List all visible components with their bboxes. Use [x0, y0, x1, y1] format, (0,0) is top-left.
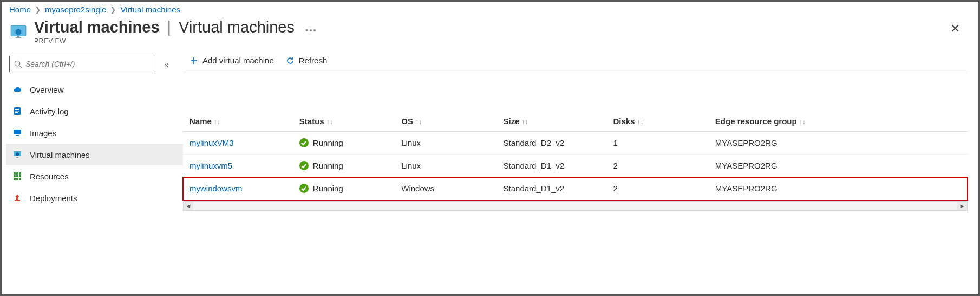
sort-icon: ↑↓	[326, 118, 333, 126]
table-row[interactable]: mylinuxVM3 Running Linux Standard_D2_v2 …	[183, 132, 968, 155]
vm-os: Linux	[395, 155, 496, 177]
vm-resource-group: MYASEPRO2RG	[709, 155, 968, 177]
more-menu-icon[interactable]: •••	[305, 20, 317, 35]
svg-rect-10	[15, 112, 18, 113]
sort-icon: ↑↓	[415, 118, 422, 126]
vm-status: Running	[293, 155, 395, 177]
scroll-left-icon[interactable]: ◄	[184, 202, 193, 210]
refresh-icon	[286, 56, 295, 65]
toolbar-label: Refresh	[299, 56, 328, 65]
svg-point-5	[15, 61, 19, 66]
svg-rect-21	[19, 175, 21, 177]
cloud-icon	[12, 85, 22, 94]
col-name[interactable]: Name↑↓	[183, 111, 293, 132]
vm-status: Running	[293, 132, 395, 155]
vm-icon	[12, 150, 22, 159]
breadcrumb-resource[interactable]: myasepro2single	[45, 5, 106, 14]
svg-rect-4	[17, 36, 19, 37]
search-input[interactable]	[25, 60, 151, 68]
svg-rect-23	[16, 178, 18, 180]
svg-rect-16	[14, 172, 16, 175]
vm-resource-icon	[9, 23, 28, 41]
vm-size: Standard_D2_v2	[497, 132, 607, 155]
close-button[interactable]: ✕	[945, 18, 965, 39]
sidebar-item-overview[interactable]: Overview	[6, 79, 183, 100]
svg-rect-17	[16, 172, 18, 175]
svg-rect-25	[15, 200, 20, 201]
toolbar: Add virtual machine Refresh	[183, 55, 968, 73]
monitor-icon	[12, 128, 22, 138]
sidebar-item-label: Virtual machines	[30, 150, 90, 159]
breadcrumb-home[interactable]: Home	[9, 5, 31, 14]
vm-name-link[interactable]: mylinuxvm5	[183, 155, 293, 177]
status-running-icon	[299, 161, 309, 170]
sidebar-item-label: Overview	[30, 85, 64, 94]
status-running-icon	[299, 184, 309, 193]
svg-rect-24	[19, 178, 21, 180]
col-disks[interactable]: Disks↑↓	[606, 111, 708, 132]
vm-size: Standard_D1_v2	[497, 155, 607, 177]
table-row-highlighted[interactable]: mywindowsvm Running Windows Standard_D1_…	[183, 177, 968, 200]
vm-disks: 2	[606, 155, 708, 177]
vm-table: Name↑↓ Status↑↓ OS↑↓ Size↑↓ Disks↑↓ Edge…	[183, 111, 968, 200]
sidebar-item-label: Images	[30, 128, 56, 138]
vm-os: Windows	[395, 177, 496, 200]
sidebar-item-resources[interactable]: Resources	[6, 165, 183, 187]
add-virtual-machine-button[interactable]: Add virtual machine	[190, 56, 274, 65]
breadcrumb: Home ❯ myasepro2single ❯ Virtual machine…	[2, 2, 978, 16]
sidebar-item-label: Activity log	[30, 107, 69, 116]
sidebar-item-deployments[interactable]: Deployments	[6, 187, 183, 209]
table-row[interactable]: mylinuxvm5 Running Linux Standard_D1_v2 …	[183, 155, 968, 177]
upload-icon	[12, 193, 22, 203]
chevron-right-icon: ❯	[35, 6, 41, 14]
col-os[interactable]: OS↑↓	[395, 111, 496, 132]
vm-os: Linux	[395, 132, 496, 155]
col-resource-group[interactable]: Edge resource group↑↓	[709, 111, 968, 132]
content-area: Add virtual machine Refresh Name↑↓ Statu…	[183, 55, 978, 296]
svg-rect-11	[14, 130, 21, 134]
breadcrumb-page[interactable]: Virtual machines	[120, 5, 180, 14]
svg-rect-22	[14, 178, 16, 180]
plus-icon	[190, 56, 198, 65]
sort-icon: ↑↓	[637, 118, 643, 126]
search-icon	[14, 60, 22, 68]
sidebar-item-activity-log[interactable]: Activity log	[6, 100, 183, 122]
sidebar-item-images[interactable]: Images	[6, 122, 183, 144]
toolbar-label: Add virtual machine	[202, 56, 274, 65]
col-size[interactable]: Size↑↓	[497, 111, 607, 132]
search-input-wrap[interactable]	[9, 56, 155, 72]
sidebar-item-label: Deployments	[30, 194, 77, 203]
vm-disks: 2	[606, 177, 708, 200]
vm-name-link[interactable]: mywindowsvm	[183, 177, 293, 200]
refresh-button[interactable]: Refresh	[286, 56, 328, 65]
svg-rect-12	[16, 135, 19, 136]
sort-icon: ↑↓	[799, 118, 806, 126]
vm-resource-group: MYASEPRO2RG	[709, 132, 968, 155]
chevron-right-icon: ❯	[110, 6, 116, 14]
vm-size: Standard_D1_v2	[497, 177, 607, 200]
log-icon	[12, 106, 22, 116]
preview-badge: PREVIEW	[34, 37, 945, 45]
vm-name-link[interactable]: mylinuxVM3	[183, 132, 293, 155]
sidebar-item-label: Resources	[30, 172, 69, 181]
grid-icon	[12, 171, 22, 181]
svg-rect-15	[16, 157, 18, 158]
svg-rect-18	[19, 172, 21, 175]
sort-icon: ↑↓	[522, 118, 528, 126]
svg-rect-19	[14, 175, 16, 177]
svg-rect-20	[16, 175, 18, 177]
vm-disks: 1	[606, 132, 708, 155]
scroll-right-icon[interactable]: ►	[957, 202, 967, 210]
horizontal-scrollbar[interactable]: ◄ ►	[183, 201, 968, 211]
page-title: Virtual machines	[34, 18, 160, 36]
page-header: Virtual machines | Virtual machines ••• …	[2, 16, 978, 55]
sidebar-item-virtual-machines[interactable]: Virtual machines	[6, 144, 183, 165]
sidebar: « Overview Activity log Images Virtual m…	[2, 55, 183, 296]
vm-status: Running	[293, 177, 395, 200]
status-running-icon	[299, 138, 309, 147]
sort-icon: ↑↓	[214, 118, 220, 126]
collapse-sidebar-icon[interactable]: «	[164, 60, 168, 69]
col-status[interactable]: Status↑↓	[293, 111, 395, 132]
vm-resource-group: MYASEPRO2RG	[709, 177, 968, 200]
svg-rect-8	[15, 109, 19, 110]
